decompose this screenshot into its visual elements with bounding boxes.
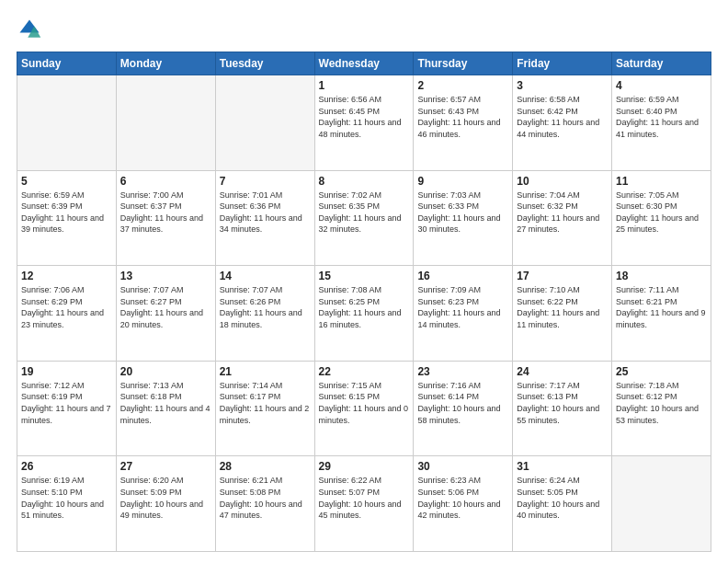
day-number: 10: [517, 175, 608, 188]
calendar-cell: 2Sunrise: 6:57 AM Sunset: 6:43 PM Daylig…: [414, 75, 513, 171]
cell-info: Sunrise: 7:05 AM Sunset: 6:30 PM Dayligh…: [616, 190, 707, 236]
day-number: 13: [120, 270, 211, 282]
logo-icon: [17, 17, 42, 42]
col-monday: Monday: [116, 52, 215, 75]
col-friday: Friday: [513, 52, 612, 75]
calendar-cell: 15Sunrise: 7:08 AM Sunset: 6:25 PM Dayli…: [314, 266, 414, 362]
col-wednesday: Wednesday: [314, 52, 414, 75]
calendar-cell: [612, 456, 711, 552]
cell-info: Sunrise: 6:21 AM Sunset: 5:08 PM Dayligh…: [220, 475, 311, 521]
cell-info: Sunrise: 6:59 AM Sunset: 6:40 PM Dayligh…: [616, 94, 707, 140]
cell-info: Sunrise: 7:01 AM Sunset: 6:36 PM Dayligh…: [220, 190, 311, 236]
day-number: 24: [517, 365, 608, 378]
day-number: 8: [319, 175, 410, 188]
day-number: 20: [120, 365, 211, 378]
day-number: 17: [517, 270, 608, 282]
cell-info: Sunrise: 7:18 AM Sunset: 6:12 PM Dayligh…: [616, 380, 707, 426]
day-number: 12: [21, 270, 112, 282]
calendar-cell: [215, 75, 314, 171]
cell-info: Sunrise: 6:56 AM Sunset: 6:45 PM Dayligh…: [319, 94, 410, 140]
calendar-cell: 10Sunrise: 7:04 AM Sunset: 6:32 PM Dayli…: [513, 170, 612, 266]
calendar-row-1: 1Sunrise: 6:56 AM Sunset: 6:45 PM Daylig…: [17, 75, 711, 171]
calendar-cell: 9Sunrise: 7:03 AM Sunset: 6:33 PM Daylig…: [414, 170, 513, 266]
day-number: 5: [21, 175, 112, 188]
cell-info: Sunrise: 6:19 AM Sunset: 5:10 PM Dayligh…: [21, 475, 112, 521]
page: Sunday Monday Tuesday Wednesday Thursday…: [0, 0, 728, 563]
cell-info: Sunrise: 7:06 AM Sunset: 6:29 PM Dayligh…: [21, 284, 112, 330]
cell-info: Sunrise: 7:08 AM Sunset: 6:25 PM Dayligh…: [319, 284, 410, 330]
day-number: 29: [319, 460, 410, 473]
logo: [17, 17, 46, 42]
calendar-cell: 3Sunrise: 6:58 AM Sunset: 6:42 PM Daylig…: [513, 75, 612, 171]
day-number: 26: [21, 460, 112, 473]
day-number: 27: [120, 460, 211, 473]
day-number: 4: [616, 79, 707, 92]
calendar-cell: 26Sunrise: 6:19 AM Sunset: 5:10 PM Dayli…: [17, 456, 117, 552]
cell-info: Sunrise: 6:59 AM Sunset: 6:39 PM Dayligh…: [21, 190, 112, 236]
day-number: 23: [417, 365, 508, 378]
calendar-cell: 28Sunrise: 6:21 AM Sunset: 5:08 PM Dayli…: [215, 456, 314, 552]
day-number: 14: [220, 270, 311, 282]
calendar-cell: 11Sunrise: 7:05 AM Sunset: 6:30 PM Dayli…: [612, 170, 711, 266]
calendar-table: Sunday Monday Tuesday Wednesday Thursday…: [17, 52, 711, 552]
day-number: 2: [417, 79, 508, 92]
calendar-row-4: 19Sunrise: 7:12 AM Sunset: 6:19 PM Dayli…: [17, 361, 711, 456]
cell-info: Sunrise: 7:13 AM Sunset: 6:18 PM Dayligh…: [120, 380, 211, 426]
calendar-cell: 25Sunrise: 7:18 AM Sunset: 6:12 PM Dayli…: [612, 361, 711, 456]
cell-info: Sunrise: 6:57 AM Sunset: 6:43 PM Dayligh…: [417, 94, 508, 140]
day-number: 28: [220, 460, 311, 473]
calendar-cell: 23Sunrise: 7:16 AM Sunset: 6:14 PM Dayli…: [414, 361, 513, 456]
calendar-cell: 6Sunrise: 7:00 AM Sunset: 6:37 PM Daylig…: [116, 170, 215, 266]
col-thursday: Thursday: [414, 52, 513, 75]
cell-info: Sunrise: 7:10 AM Sunset: 6:22 PM Dayligh…: [517, 284, 608, 330]
day-number: 6: [120, 175, 211, 188]
calendar-cell: [116, 75, 215, 171]
calendar-cell: 19Sunrise: 7:12 AM Sunset: 6:19 PM Dayli…: [17, 361, 117, 456]
calendar-row-3: 12Sunrise: 7:06 AM Sunset: 6:29 PM Dayli…: [17, 266, 711, 362]
header: [17, 17, 711, 42]
calendar-cell: 1Sunrise: 6:56 AM Sunset: 6:45 PM Daylig…: [314, 75, 414, 171]
day-number: 18: [616, 270, 707, 282]
day-number: 1: [319, 79, 410, 92]
calendar-cell: 18Sunrise: 7:11 AM Sunset: 6:21 PM Dayli…: [612, 266, 711, 362]
cell-info: Sunrise: 7:11 AM Sunset: 6:21 PM Dayligh…: [616, 284, 707, 330]
col-saturday: Saturday: [612, 52, 711, 75]
calendar-row-5: 26Sunrise: 6:19 AM Sunset: 5:10 PM Dayli…: [17, 456, 711, 552]
calendar-cell: 7Sunrise: 7:01 AM Sunset: 6:36 PM Daylig…: [215, 170, 314, 266]
cell-info: Sunrise: 7:16 AM Sunset: 6:14 PM Dayligh…: [417, 380, 508, 426]
cell-info: Sunrise: 7:15 AM Sunset: 6:15 PM Dayligh…: [319, 380, 410, 426]
col-sunday: Sunday: [17, 52, 117, 75]
day-number: 25: [616, 365, 707, 378]
cell-info: Sunrise: 6:20 AM Sunset: 5:09 PM Dayligh…: [120, 475, 211, 521]
col-tuesday: Tuesday: [215, 52, 314, 75]
cell-info: Sunrise: 7:03 AM Sunset: 6:33 PM Dayligh…: [417, 190, 508, 236]
calendar-cell: 21Sunrise: 7:14 AM Sunset: 6:17 PM Dayli…: [215, 361, 314, 456]
cell-info: Sunrise: 7:17 AM Sunset: 6:13 PM Dayligh…: [517, 380, 608, 426]
calendar-cell: 12Sunrise: 7:06 AM Sunset: 6:29 PM Dayli…: [17, 266, 117, 362]
day-number: 9: [417, 175, 508, 188]
cell-info: Sunrise: 7:04 AM Sunset: 6:32 PM Dayligh…: [517, 190, 608, 236]
calendar-cell: 8Sunrise: 7:02 AM Sunset: 6:35 PM Daylig…: [314, 170, 414, 266]
day-number: 30: [417, 460, 508, 473]
day-number: 31: [517, 460, 608, 473]
cell-info: Sunrise: 7:12 AM Sunset: 6:19 PM Dayligh…: [21, 380, 112, 426]
calendar-cell: 13Sunrise: 7:07 AM Sunset: 6:27 PM Dayli…: [116, 266, 215, 362]
calendar-cell: [17, 75, 117, 171]
cell-info: Sunrise: 6:58 AM Sunset: 6:42 PM Dayligh…: [517, 94, 608, 140]
day-number: 7: [220, 175, 311, 188]
calendar-cell: 5Sunrise: 6:59 AM Sunset: 6:39 PM Daylig…: [17, 170, 117, 266]
cell-info: Sunrise: 7:07 AM Sunset: 6:26 PM Dayligh…: [220, 284, 311, 330]
calendar-cell: 20Sunrise: 7:13 AM Sunset: 6:18 PM Dayli…: [116, 361, 215, 456]
day-number: 21: [220, 365, 311, 378]
cell-info: Sunrise: 7:00 AM Sunset: 6:37 PM Dayligh…: [120, 190, 211, 236]
cell-info: Sunrise: 7:09 AM Sunset: 6:23 PM Dayligh…: [417, 284, 508, 330]
calendar-cell: 22Sunrise: 7:15 AM Sunset: 6:15 PM Dayli…: [314, 361, 414, 456]
cell-info: Sunrise: 7:02 AM Sunset: 6:35 PM Dayligh…: [319, 190, 410, 236]
calendar-cell: 24Sunrise: 7:17 AM Sunset: 6:13 PM Dayli…: [513, 361, 612, 456]
calendar-cell: 4Sunrise: 6:59 AM Sunset: 6:40 PM Daylig…: [612, 75, 711, 171]
day-number: 11: [616, 175, 707, 188]
calendar-header-row: Sunday Monday Tuesday Wednesday Thursday…: [17, 52, 711, 75]
calendar-cell: 29Sunrise: 6:22 AM Sunset: 5:07 PM Dayli…: [314, 456, 414, 552]
calendar-cell: 30Sunrise: 6:23 AM Sunset: 5:06 PM Dayli…: [414, 456, 513, 552]
cell-info: Sunrise: 7:14 AM Sunset: 6:17 PM Dayligh…: [220, 380, 311, 426]
